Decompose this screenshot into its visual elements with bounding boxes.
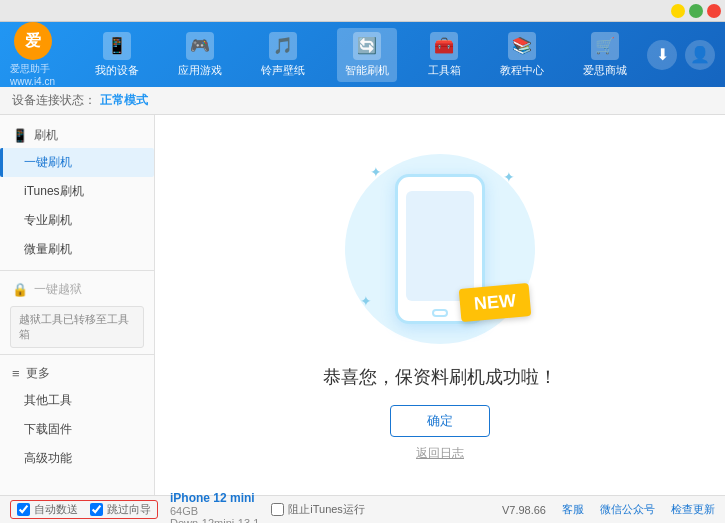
mall-icon: 🛒 <box>591 32 619 60</box>
skip-wizard-checkbox[interactable] <box>90 503 103 516</box>
device-version: Down-12mini-13,1 <box>170 517 259 524</box>
new-ribbon: NEW <box>459 283 532 322</box>
sparkle-1: ✦ <box>370 164 382 180</box>
app-games-icon: 🎮 <box>186 32 214 60</box>
divider-1 <box>0 270 154 271</box>
maximize-btn[interactable] <box>689 4 703 18</box>
sparkle-2: ✦ <box>503 169 515 185</box>
illustration: ✦ ✦ ✦ NEW <box>340 149 540 349</box>
smart-flash-icon: 🔄 <box>353 32 381 60</box>
more-icon: ≡ <box>12 366 20 381</box>
auto-send-checkbox[interactable] <box>17 503 30 516</box>
sidebar-item-itunes-flash[interactable]: iTunes刷机 <box>0 177 154 206</box>
status-value: 正常模式 <box>100 92 148 109</box>
sidebar-item-micro-flash[interactable]: 微量刷机 <box>0 235 154 264</box>
sidebar-section-more[interactable]: ≡ 更多 <box>0 361 154 386</box>
minimize-btn[interactable] <box>671 4 685 18</box>
nav-my-device[interactable]: 📱 我的设备 <box>87 28 147 82</box>
back-link[interactable]: 返回日志 <box>416 445 464 462</box>
header-right: ⬇ 👤 <box>647 40 715 70</box>
lock-icon: 🔒 <box>12 282 28 297</box>
nav-tutorial[interactable]: 📚 教程中心 <box>492 28 552 82</box>
user-btn[interactable]: 👤 <box>685 40 715 70</box>
auto-send-label: 自动数送 <box>34 502 78 517</box>
bottom-right: V7.98.66 客服 微信公众号 检查更新 <box>502 502 715 517</box>
new-badge: NEW <box>460 286 530 319</box>
wechat-link[interactable]: 微信公众号 <box>600 502 655 517</box>
title-bar <box>0 0 725 22</box>
sidebar-item-pro-flash[interactable]: 专业刷机 <box>0 206 154 235</box>
customer-service-link[interactable]: 客服 <box>562 502 584 517</box>
phone-home <box>432 309 448 317</box>
confirm-button[interactable]: 确定 <box>390 405 490 437</box>
sidebar-item-advanced[interactable]: 高级功能 <box>0 444 154 473</box>
status-label: 设备连接状态： <box>12 92 96 109</box>
nav-smart-flash[interactable]: 🔄 智能刷机 <box>337 28 397 82</box>
status-bar: 设备连接状态： 正常模式 <box>0 87 725 115</box>
skip-wizard-label: 跳过向导 <box>107 502 151 517</box>
toolbox-icon: 🧰 <box>430 32 458 60</box>
device-name: iPhone 12 mini <box>170 491 259 505</box>
header: 爱 爱思助手 www.i4.cn 📱 我的设备 🎮 应用游戏 🎵 铃声壁纸 🔄 … <box>0 22 725 87</box>
ringtone-icon: 🎵 <box>269 32 297 60</box>
sidebar-item-one-click-flash[interactable]: 一键刷机 <box>0 148 154 177</box>
logo-icon: 爱 <box>14 22 52 60</box>
sidebar-section-jailbreak[interactable]: 🔒 一键越狱 <box>0 277 154 302</box>
nav-items: 📱 我的设备 🎮 应用游戏 🎵 铃声壁纸 🔄 智能刷机 🧰 工具箱 📚 教程中心… <box>75 28 647 82</box>
sparkle-3: ✦ <box>360 293 372 309</box>
nav-toolbox[interactable]: 🧰 工具箱 <box>420 28 469 82</box>
itunes-bar: 阻止iTunes运行 <box>271 502 365 517</box>
download-btn[interactable]: ⬇ <box>647 40 677 70</box>
success-text: 恭喜您，保资料刷机成功啦！ <box>323 365 557 389</box>
logo-area: 爱 爱思助手 www.i4.cn <box>10 22 55 87</box>
my-device-icon: 📱 <box>103 32 131 60</box>
nav-mall[interactable]: 🛒 爱思商城 <box>575 28 635 82</box>
divider-2 <box>0 354 154 355</box>
flash-section-icon: 📱 <box>12 128 28 143</box>
device-info: iPhone 12 mini 64GB Down-12mini-13,1 <box>170 491 259 524</box>
nav-app-games[interactable]: 🎮 应用游戏 <box>170 28 230 82</box>
jailbreak-notice: 越狱工具已转移至工具箱 <box>10 306 144 348</box>
logo-text: 爱思助手 www.i4.cn <box>10 62 55 87</box>
stop-itunes-label: 阻止iTunes运行 <box>288 502 365 517</box>
tutorial-icon: 📚 <box>508 32 536 60</box>
close-btn[interactable] <box>707 4 721 18</box>
sidebar-item-download-firmware[interactable]: 下载固件 <box>0 415 154 444</box>
phone-screen <box>406 191 474 301</box>
bottom-left: 自动数送 跳过向导 iPhone 12 mini 64GB Down-12min… <box>10 491 365 524</box>
checkbox-group: 自动数送 跳过向导 <box>10 500 158 519</box>
content-area: ✦ ✦ ✦ NEW 恭喜您，保资料刷机成功啦！ 确定 返回日志 <box>155 115 725 495</box>
sidebar-section-flash[interactable]: 📱 刷机 <box>0 123 154 148</box>
main-area: 📱 刷机 一键刷机 iTunes刷机 专业刷机 微量刷机 🔒 一键越狱 越狱工具… <box>0 115 725 495</box>
nav-ringtone[interactable]: 🎵 铃声壁纸 <box>253 28 313 82</box>
check-update-link[interactable]: 检查更新 <box>671 502 715 517</box>
device-storage: 64GB <box>170 505 259 517</box>
sidebar: 📱 刷机 一键刷机 iTunes刷机 专业刷机 微量刷机 🔒 一键越狱 越狱工具… <box>0 115 155 495</box>
stop-itunes-checkbox[interactable] <box>271 503 284 516</box>
version-text: V7.98.66 <box>502 504 546 516</box>
sidebar-item-other-tools[interactable]: 其他工具 <box>0 386 154 415</box>
bottom-bar: 自动数送 跳过向导 iPhone 12 mini 64GB Down-12min… <box>0 495 725 523</box>
